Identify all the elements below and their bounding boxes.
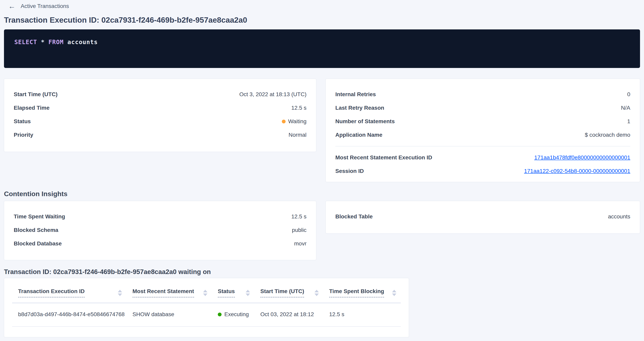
cell-status: Executing: [212, 303, 254, 326]
breadcrumb-label[interactable]: Active Transactions: [21, 3, 69, 9]
column-header-status[interactable]: Status: [212, 288, 254, 303]
cell-value: Oct 03, 2022 at 18:12: [260, 311, 314, 318]
summary-row-elapsed-time: Elapsed Time 12.5 s: [14, 101, 306, 115]
sort-icon[interactable]: [246, 290, 250, 296]
row-label: Time Spent Waiting: [14, 213, 65, 220]
row-label: Internal Retries: [335, 91, 376, 98]
column-header-label[interactable]: Time Spent Blocking: [329, 288, 384, 298]
row-label: Blocked Table: [335, 213, 373, 220]
page-title: Transaction Execution ID: 02ca7931-f246-…: [4, 15, 640, 25]
sort-down-icon: [392, 294, 396, 296]
sort-down-icon: [246, 294, 250, 296]
sort-up-icon: [118, 290, 122, 292]
row-label: Blocked Database: [14, 240, 62, 247]
row-value: movr: [294, 240, 306, 247]
summary-row-session-id: Session ID 171aa122-c092-54b8-0000-00000…: [335, 164, 630, 178]
column-header-label[interactable]: Most Recent Statement: [132, 288, 194, 298]
contention-row-blocked-database: Blocked Database movr: [14, 237, 306, 250]
column-header-label[interactable]: Start Time (UTC): [260, 288, 304, 298]
sort-down-icon: [118, 294, 122, 296]
row-value: Normal: [288, 131, 306, 138]
row-value: 12.5 s: [291, 104, 306, 111]
sort-icon[interactable]: [118, 290, 122, 296]
sort-icon[interactable]: [203, 290, 208, 296]
sort-down-icon: [314, 294, 319, 296]
summary-row-statement-execution-id: Most Recent Statement Execution ID 171aa…: [335, 151, 630, 164]
row-value: N/A: [621, 104, 630, 111]
sort-down-icon: [203, 294, 208, 296]
row-value: 1: [627, 118, 630, 125]
summary-card-left: Start Time (UTC) Oct 3, 2022 at 18:13 (U…: [4, 79, 316, 152]
contention-card-left: Time Spent Waiting 12.5 s Blocked Schema…: [4, 201, 316, 260]
summary-row-start-time: Start Time (UTC) Oct 3, 2022 at 18:13 (U…: [14, 88, 306, 101]
sort-up-icon: [314, 290, 319, 292]
row-label: Number of Statements: [335, 118, 395, 125]
row-label: Status: [14, 118, 31, 125]
breadcrumb[interactable]: ← Active Transactions: [8, 2, 69, 10]
row-value: Oct 3, 2022 at 18:13 (UTC): [239, 91, 306, 98]
sql-statement-box: SELECT * FROM accounts: [4, 29, 640, 68]
status-text: Waiting: [288, 118, 306, 125]
sort-icon[interactable]: [314, 290, 319, 296]
row-label: Last Retry Reason: [335, 104, 384, 111]
transaction-details-page: ← Active Transactions Transaction Execut…: [0, 0, 644, 337]
sort-icon[interactable]: [392, 290, 396, 296]
cell-value: b8d7d03a-d497-446b-8474-e50846674768: [18, 311, 125, 318]
cell-value: SHOW database: [132, 311, 174, 318]
cell-value: 12.5 s: [329, 311, 344, 318]
row-label: Priority: [14, 131, 33, 138]
summary-row-status: Status Waiting: [14, 115, 306, 128]
summary-row-internal-retries: Internal Retries 0: [335, 88, 630, 101]
sort-up-icon: [246, 290, 250, 292]
column-header-label[interactable]: Transaction Execution ID: [18, 288, 85, 298]
session-id-link[interactable]: 171aa122-c092-54b8-0000-000000000001: [524, 168, 630, 174]
status-executing-dot-icon: [218, 313, 222, 316]
status-value: Waiting: [282, 118, 306, 125]
row-value: public: [292, 227, 306, 234]
status-waiting-dot-icon: [282, 120, 286, 123]
waiting-on-heading: Transaction ID: 02ca7931-f246-469b-b2fe-…: [4, 268, 640, 276]
sql-table-name: accounts: [68, 38, 98, 45]
cell-time-spent-blocking: 12.5 s: [323, 303, 401, 326]
summary-row-number-of-statements: Number of Statements 1: [335, 115, 630, 128]
contention-insights-heading: Contention Insights: [4, 190, 640, 198]
sort-up-icon: [392, 290, 396, 292]
column-header-start-time[interactable]: Start Time (UTC): [254, 288, 323, 303]
table-row: b8d7d03a-d497-446b-8474-e50846674768 SHO…: [12, 303, 401, 327]
column-header-label[interactable]: Status: [218, 288, 235, 298]
row-label: Start Time (UTC): [14, 91, 58, 98]
contention-row-time-spent-waiting: Time Spent Waiting 12.5 s: [14, 210, 306, 223]
card-divider: [335, 146, 630, 146]
summary-cards-row: Start Time (UTC) Oct 3, 2022 at 18:13 (U…: [4, 79, 640, 182]
waiting-on-table-card: Transaction Execution ID Most Recent Sta…: [4, 278, 409, 337]
row-value: 0: [627, 91, 630, 98]
cell-start-time: Oct 03, 2022 at 18:12: [254, 303, 323, 326]
back-arrow-icon[interactable]: ←: [8, 2, 16, 10]
row-label: Blocked Schema: [14, 227, 58, 234]
summary-row-last-retry-reason: Last Retry Reason N/A: [335, 101, 630, 115]
contention-card-right: Blocked Table accounts: [326, 201, 640, 234]
row-label: Elapsed Time: [14, 104, 50, 111]
column-header-transaction-execution-id[interactable]: Transaction Execution ID: [12, 288, 126, 303]
row-label: Most Recent Statement Execution ID: [335, 154, 432, 161]
sql-keyword-from: FROM: [48, 38, 64, 45]
row-label: Application Name: [335, 131, 382, 138]
contention-row-blocked-schema: Blocked Schema public: [14, 223, 306, 237]
row-label: Session ID: [335, 168, 364, 175]
summary-card-right: Internal Retries 0 Last Retry Reason N/A…: [326, 79, 640, 182]
row-value: $ cockroach demo: [585, 131, 630, 138]
cell-value: Executing: [224, 311, 249, 318]
table-header-row: Transaction Execution ID Most Recent Sta…: [12, 278, 401, 303]
sort-up-icon: [203, 290, 208, 292]
sql-keyword-select: SELECT: [14, 38, 37, 45]
summary-row-priority: Priority Normal: [14, 128, 306, 142]
column-header-time-spent-blocking[interactable]: Time Spent Blocking: [323, 288, 401, 303]
statement-execution-id-link[interactable]: 171aa1b478fdf0e80000000000000001: [534, 154, 630, 161]
contention-cards-row: Time Spent Waiting 12.5 s Blocked Schema…: [4, 201, 640, 260]
sql-star-operator: *: [41, 38, 44, 45]
cell-most-recent-statement: SHOW database: [126, 303, 212, 326]
column-header-most-recent-statement[interactable]: Most Recent Statement: [126, 288, 212, 303]
contention-row-blocked-table: Blocked Table accounts: [335, 210, 630, 223]
row-value: accounts: [608, 213, 630, 220]
row-value: 12.5 s: [291, 213, 306, 220]
